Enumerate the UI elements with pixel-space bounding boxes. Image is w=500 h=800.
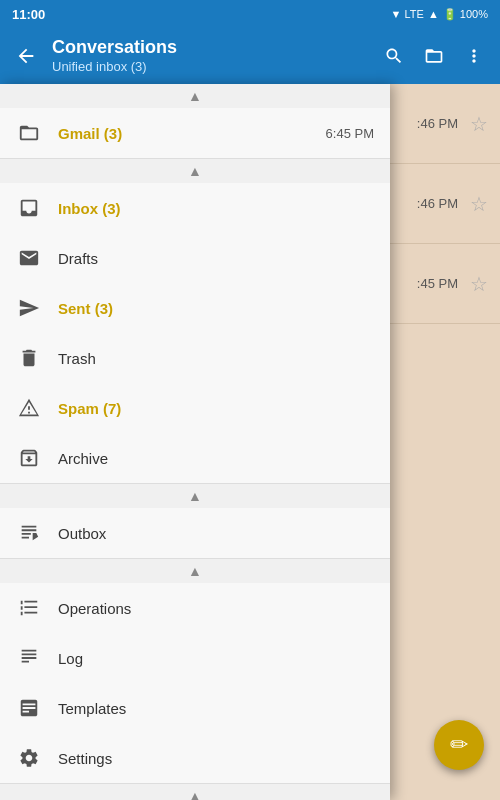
inbox-label: Inbox (3) <box>58 200 374 217</box>
battery-icon: 🔋 100% <box>443 8 488 21</box>
more-button[interactable] <box>456 38 492 74</box>
settings-label: Settings <box>58 750 374 767</box>
search-button[interactable] <box>376 38 412 74</box>
top-bar: Conversations Unified inbox (3) <box>0 28 500 84</box>
sidebar-item-templates[interactable]: Templates <box>0 683 390 733</box>
archive-label: Archive <box>58 450 374 467</box>
gmail-time: 6:45 PM <box>326 126 374 141</box>
chevron-up-icon: ▲ <box>188 488 202 504</box>
spam-icon <box>16 395 42 421</box>
collapse-section-2[interactable]: ▲ <box>0 159 390 183</box>
sent-label: Sent (3) <box>58 300 374 317</box>
operations-label: Operations <box>58 600 374 617</box>
star-icon[interactable]: ☆ <box>470 192 488 216</box>
log-label: Log <box>58 650 374 667</box>
chevron-up-icon: ▲ <box>188 563 202 579</box>
chevron-up-icon: ▲ <box>188 88 202 104</box>
operations-icon <box>16 595 42 621</box>
title-group: Conversations Unified inbox (3) <box>52 37 368 74</box>
page-title: Conversations <box>52 37 368 59</box>
status-icons: ▼ LTE ▲ 🔋 100% <box>391 8 488 21</box>
sidebar-item-log[interactable]: Log <box>0 633 390 683</box>
sidebar-item-inbox[interactable]: Inbox (3) <box>0 183 390 233</box>
navigation-drawer: ▲ Gmail (3) 6:45 PM ▲ Inbox (3) Drafts <box>0 84 390 800</box>
status-bar: 11:00 ▼ LTE ▲ 🔋 100% <box>0 0 500 28</box>
sidebar-item-outbox[interactable]: Outbox <box>0 508 390 558</box>
compose-fab[interactable]: ✏ <box>434 720 484 770</box>
star-icon[interactable]: ☆ <box>470 272 488 296</box>
folder-button[interactable] <box>416 38 452 74</box>
status-time: 11:00 <box>12 7 45 22</box>
email-time: :45 PM <box>417 276 458 291</box>
gmail-folder-icon <box>16 120 42 146</box>
trash-label: Trash <box>58 350 374 367</box>
page-subtitle: Unified inbox (3) <box>52 59 368 75</box>
star-icon[interactable]: ☆ <box>470 112 488 136</box>
archive-icon <box>16 445 42 471</box>
sidebar-item-drafts[interactable]: Drafts <box>0 233 390 283</box>
collapse-section-4[interactable]: ▲ <box>0 559 390 583</box>
collapse-section-1[interactable]: ▲ <box>0 84 390 108</box>
outbox-label: Outbox <box>58 525 374 542</box>
inbox-icon <box>16 195 42 221</box>
log-icon <box>16 645 42 671</box>
top-bar-actions <box>376 38 492 74</box>
drafts-icon <box>16 245 42 271</box>
gmail-label: Gmail (3) <box>58 125 310 142</box>
lte-icon: ▼ LTE <box>391 8 424 20</box>
sidebar-item-operations[interactable]: Operations <box>0 583 390 633</box>
collapse-section-3[interactable]: ▲ <box>0 484 390 508</box>
email-time: :46 PM <box>417 196 458 211</box>
sidebar-item-settings[interactable]: Settings <box>0 733 390 783</box>
collapse-section-5[interactable]: ▲ <box>0 784 390 800</box>
templates-label: Templates <box>58 700 374 717</box>
trash-icon <box>16 345 42 371</box>
spam-label: Spam (7) <box>58 400 374 417</box>
sidebar-item-gmail[interactable]: Gmail (3) 6:45 PM <box>0 108 390 158</box>
edit-icon: ✏ <box>450 732 468 758</box>
sidebar-item-trash[interactable]: Trash <box>0 333 390 383</box>
sidebar-item-sent[interactable]: Sent (3) <box>0 283 390 333</box>
drafts-label: Drafts <box>58 250 374 267</box>
signal-icon: ▲ <box>428 8 439 20</box>
sent-icon <box>16 295 42 321</box>
chevron-up-icon: ▲ <box>188 163 202 179</box>
email-time: :46 PM <box>417 116 458 131</box>
templates-icon <box>16 695 42 721</box>
back-button[interactable] <box>8 38 44 74</box>
sidebar-item-spam[interactable]: Spam (7) <box>0 383 390 433</box>
sidebar-item-archive[interactable]: Archive <box>0 433 390 483</box>
chevron-up-icon: ▲ <box>188 788 202 800</box>
settings-icon <box>16 745 42 771</box>
outbox-icon <box>16 520 42 546</box>
